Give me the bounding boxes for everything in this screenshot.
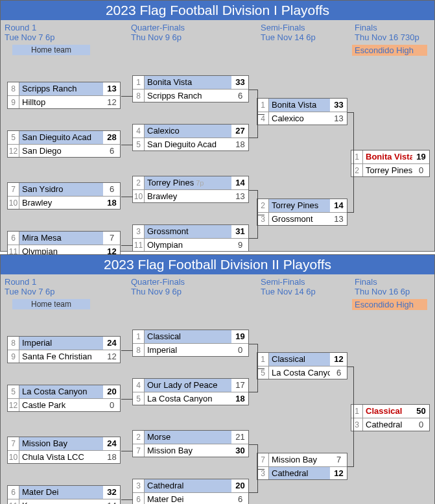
col-fn: FinalsThu Nov 16 730pEscondido High1Boni… (351, 20, 434, 251)
round-label: Finals (351, 20, 434, 32)
score: 7 (103, 232, 120, 245)
round-date: Thu Nov 9 6p (127, 32, 257, 45)
seed: 1 (257, 353, 269, 366)
match-box: 7Mission Bay2410Chula Vista LCC18 (7, 437, 121, 464)
score: 6 (103, 183, 120, 196)
bracket: 2023 Flag Football Division II PlayoffsR… (0, 254, 435, 504)
seed: 5 (8, 131, 19, 144)
score: 19 (231, 330, 248, 343)
connector (121, 399, 133, 400)
seed: 1 (257, 99, 269, 112)
seed: 7 (133, 444, 145, 457)
home-team-legend: Home team (12, 45, 90, 55)
team-row: 1Bonita Vista19 (351, 150, 429, 163)
round-date: Thu Nov 16 6p (351, 287, 434, 299)
team-name: San Dieguito Acad (145, 138, 231, 150)
score: 13 (330, 213, 347, 225)
team-row: 9Santa Fe Christian12 (8, 350, 120, 363)
score: 30 (231, 444, 248, 457)
team-name: Mission Bay (19, 437, 103, 450)
round-label: Round 1 (1, 274, 127, 287)
connector (249, 344, 258, 392)
match-box: 7Mission Bay73Cathedral12 (257, 453, 347, 480)
team-row: 3Cathedral20 (133, 479, 248, 492)
score: 6 (103, 145, 120, 157)
match-box: 2Torrey Pines7p1410Brawley13 (132, 176, 249, 203)
seed: 2 (257, 199, 269, 212)
score: 12 (103, 350, 120, 363)
seed: 4 (133, 379, 145, 392)
team-row: 8Scripps Ranch13 (8, 82, 120, 95)
team-name: La Costa Canyon (145, 392, 231, 405)
score: 12 (330, 467, 347, 479)
score: 18 (231, 392, 248, 405)
round-date: Thu Nov 9 6p (127, 287, 257, 299)
seed: 4 (133, 125, 145, 138)
match-box: 5La Costa Canyon2012Castle Park0 (7, 385, 121, 412)
score: 20 (103, 385, 120, 398)
team-name: Classical (363, 405, 412, 418)
team-name: Castle Park (19, 399, 103, 411)
team-row: 8Imperial0 (133, 343, 248, 356)
team-name: Classical (145, 330, 231, 343)
score: 14 (103, 499, 120, 504)
connector (121, 245, 133, 246)
bracket: 2023 Flag Football Division I PlayoffsRo… (0, 0, 435, 252)
team-name: San Diego (19, 145, 103, 157)
connector (121, 350, 133, 351)
connector (121, 145, 133, 145)
seed: 10 (8, 197, 19, 209)
team-name: Scripps Ranch (19, 82, 103, 95)
score: 7 (330, 453, 347, 466)
round-label: Finals (351, 274, 434, 287)
team-row: 3Cathedral12 (257, 466, 347, 479)
seed: 8 (8, 82, 19, 95)
col-r1: Round 1Tue Nov 7 6pHome team8Scripps Ran… (1, 20, 127, 251)
team-name: Bonita Vista (269, 99, 330, 112)
team-name: Grossmont (269, 213, 330, 225)
match-box: 3Cathedral206Mater Dei6 (132, 479, 249, 504)
match-box: 1Bonita Vista338Scripps Ranch6 (132, 75, 249, 102)
match-box: 5San Dieguito Acad2812San Diego6 (7, 130, 121, 158)
team-row: 2Morse21 (133, 431, 248, 444)
connector (121, 197, 133, 197)
connector (258, 114, 265, 115)
team-name: Morse (145, 431, 231, 444)
team-row: 8Imperial24 (8, 337, 120, 350)
team-row: 4Calexico13 (257, 112, 347, 125)
team-name: San Ysidro (19, 183, 103, 196)
connector (347, 112, 354, 213)
team-name: Mission Bay (269, 453, 330, 466)
venue: Escondido High (352, 45, 427, 56)
col-r1: Round 1Tue Nov 7 6pHome team8Imperial249… (1, 274, 127, 504)
team-row: 3Grossmont31 (133, 225, 248, 238)
team-name: Torrey Pines7p (145, 176, 231, 189)
round-label: Semi-Finals (257, 274, 351, 287)
time-note: 7p (196, 179, 204, 187)
columns: Round 1Tue Nov 7 6pHome team8Scripps Ran… (1, 20, 434, 251)
team-row: 6Mater Dei32 (8, 486, 120, 499)
seed: 5 (133, 392, 145, 405)
team-row: 1Classical50 (351, 405, 429, 418)
seed: 7 (8, 437, 19, 450)
team-name: Classical (269, 353, 330, 366)
match-box: 2Morse217Mission Bay30 (132, 430, 249, 457)
team-name: Cathedral (145, 479, 231, 492)
round-date: Tue Nov 14 6p (257, 287, 351, 299)
seed: 3 (133, 225, 145, 238)
seed: 1 (133, 330, 145, 343)
score: 0 (412, 164, 429, 176)
score: 50 (412, 405, 429, 418)
score: 19 (412, 150, 429, 163)
col-sf: Semi-FinalsTue Nov 14 6p1Classical125La … (257, 274, 351, 504)
seed: 1 (133, 76, 145, 89)
team-row: 1Classical12 (257, 353, 347, 366)
match-box: 8Scripps Ranch139Hilltop12 (7, 82, 121, 109)
team-name: Calexico (145, 125, 231, 138)
match-box: 8Imperial249Santa Fe Christian12 (7, 336, 121, 363)
bracket-title: 2023 Flag Football Division I Playoffs (1, 1, 434, 20)
connector (121, 96, 133, 97)
round-date: Tue Nov 7 6p (1, 32, 127, 45)
seed: 11 (133, 239, 145, 251)
score: 13 (330, 112, 347, 125)
